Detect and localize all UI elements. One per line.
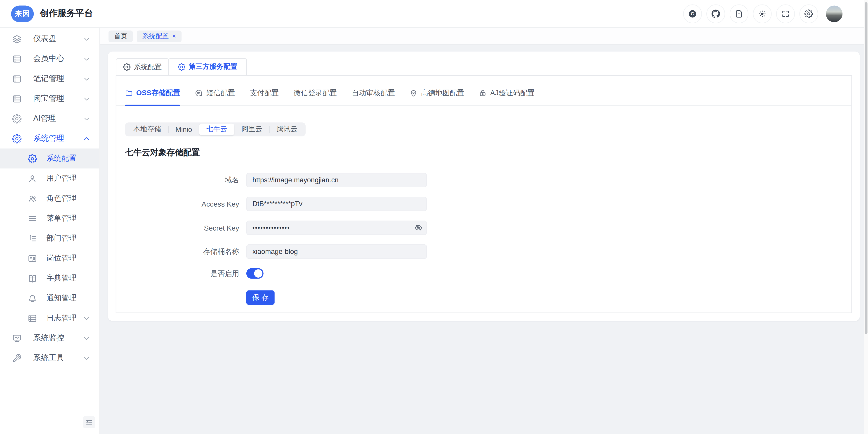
form-row-bucket: 存储桶名称 <box>116 244 851 259</box>
tab-label: OSS存储配置 <box>136 88 180 98</box>
tab-label: 系统配置 <box>134 62 162 72</box>
tab-aj-captcha-config[interactable]: AJ验证码配置 <box>479 88 535 105</box>
sidebar-subitem-log-management[interactable]: 日志管理 <box>0 308 99 328</box>
secret-key-label: Secret Key <box>116 224 239 232</box>
sidebar-item-member-center[interactable]: 会员中心 <box>0 49 99 69</box>
sidebar-item-xianbao[interactable]: 闲宝管理 <box>0 89 99 109</box>
tab-oss-storage[interactable]: OSS存储配置 <box>125 88 180 105</box>
sidebar-subitem-department-management[interactable]: 部门管理 <box>0 228 99 248</box>
secret-key-input[interactable] <box>246 221 427 235</box>
tab-label: 第三方服务配置 <box>189 62 237 71</box>
wrench-icon <box>12 353 22 363</box>
server-icon <box>12 74 22 84</box>
page-scrollbar-track <box>864 0 868 434</box>
chevron-down-icon <box>83 335 90 342</box>
tab-label: 微信登录配置 <box>293 88 337 98</box>
content-area: 首页 系统配置 × 系统配置 第三方服务 <box>100 28 868 434</box>
toggle-secret-visibility-button[interactable] <box>414 224 422 231</box>
sidebar-subitem-system-config[interactable]: 系统配置 <box>0 148 99 168</box>
sidebar-item-label: 系统工具 <box>33 353 83 363</box>
sidebar-item-label: 日志管理 <box>46 313 83 323</box>
bucket-input[interactable] <box>246 244 427 259</box>
tag-label: 系统配置 <box>142 31 169 41</box>
tab-label: 短信配置 <box>206 88 235 98</box>
docs-button[interactable] <box>730 4 748 23</box>
tab-label: 高德地图配置 <box>421 88 464 98</box>
seg-qiniu[interactable]: 七牛云 <box>199 123 235 135</box>
tag-system-config[interactable]: 系统配置 × <box>137 30 182 41</box>
page-scrollbar-thumb[interactable] <box>865 2 867 334</box>
sidebar-item-label: AI管理 <box>33 114 83 123</box>
tab-third-party-config[interactable]: 第三方服务配置 <box>168 58 247 75</box>
fullscreen-button[interactable] <box>776 4 795 23</box>
theme-toggle-button[interactable] <box>753 4 772 23</box>
gear-icon <box>123 63 131 71</box>
seg-label: 本地存储 <box>133 125 161 134</box>
folder-icon <box>125 89 133 97</box>
sidebar-item-label: 系统配置 <box>46 153 90 163</box>
tag-home[interactable]: 首页 <box>108 30 133 41</box>
sidebar-subitem-notice-management[interactable]: 通知管理 <box>0 288 99 308</box>
chevron-down-icon <box>83 95 90 102</box>
tab-sms-config[interactable]: 短信配置 <box>195 88 235 105</box>
sidebar-item-system-tools[interactable]: 系统工具 <box>0 348 99 368</box>
seg-tencent[interactable]: 腾讯云 <box>270 123 305 135</box>
chevron-down-icon <box>83 75 90 82</box>
sidebar-item-dashboard[interactable]: 仪表盘 <box>0 29 99 49</box>
save-button[interactable]: 保 存 <box>246 290 275 305</box>
sidebar-item-system-management[interactable]: 系统管理 <box>0 128 99 148</box>
tab-payment-config[interactable]: 支付配置 <box>250 88 279 105</box>
sidebar-item-label: 字典管理 <box>46 273 90 283</box>
access-key-input[interactable] <box>246 197 427 211</box>
bucket-label: 存储桶名称 <box>116 247 239 257</box>
section-title: 七牛云对象存储配置 <box>125 147 842 158</box>
seg-minio[interactable]: Minio <box>168 123 199 135</box>
sidebar-item-notes[interactable]: 笔记管理 <box>0 69 99 89</box>
tab-auto-audit-config[interactable]: 自动审核配置 <box>352 88 395 105</box>
tab-amap-config[interactable]: 高德地图配置 <box>410 88 464 105</box>
sidebar-subitem-user-management[interactable]: 用户管理 <box>0 168 99 188</box>
app-title: 创作服务平台 <box>40 8 93 19</box>
seg-aliyun[interactable]: 阿里云 <box>235 123 270 135</box>
chevron-down-icon <box>83 115 90 122</box>
seg-label: Minio <box>176 125 192 133</box>
sidebar-item-label: 系统监控 <box>33 333 83 343</box>
brand[interactable]: 来因 创作服务平台 <box>11 5 93 22</box>
sidebar-collapse-button[interactable] <box>83 416 95 429</box>
gitee-button[interactable] <box>683 4 702 23</box>
service-tabs: OSS存储配置 短信配置 支付配置 微信登录配置 <box>116 76 851 106</box>
chevron-down-icon <box>83 35 90 42</box>
sidebar-subitem-post-management[interactable]: 岗位管理 <box>0 248 99 268</box>
gear-icon <box>178 63 185 70</box>
card-tabs: 系统配置 第三方服务配置 <box>116 58 852 76</box>
enabled-toggle[interactable] <box>246 268 264 279</box>
chevron-down-icon <box>83 354 90 361</box>
github-button[interactable] <box>706 4 725 23</box>
sidebar-subitem-menu-management[interactable]: 菜单管理 <box>0 208 99 228</box>
tab-system-config[interactable]: 系统配置 <box>116 58 169 75</box>
header-actions <box>683 4 857 23</box>
close-icon[interactable]: × <box>172 33 176 39</box>
third-party-panel: OSS存储配置 短信配置 支付配置 微信登录配置 <box>116 76 852 313</box>
sidebar-item-label: 用户管理 <box>46 174 90 183</box>
settings-button[interactable] <box>799 4 818 23</box>
tree-list-icon <box>28 233 37 243</box>
sidebar-item-ai[interactable]: AI管理 <box>0 109 99 128</box>
server-icon <box>12 54 22 64</box>
monitor-icon <box>12 333 22 343</box>
seg-label: 阿里云 <box>242 125 262 134</box>
sidebar-item-system-monitor[interactable]: 系统监控 <box>0 328 99 348</box>
user-avatar[interactable] <box>826 5 842 22</box>
seg-local-storage[interactable]: 本地存储 <box>126 123 168 135</box>
domain-input[interactable] <box>246 173 427 187</box>
sidebar-subitem-dict-management[interactable]: 字典管理 <box>0 268 99 288</box>
form-row-enabled: 是否启用 <box>116 268 851 279</box>
sidebar: 仪表盘 会员中心 笔记管理 闲宝管理 AI管理 <box>0 28 100 434</box>
theme-sun-icon <box>758 9 767 18</box>
sidebar-subitem-role-management[interactable]: 角色管理 <box>0 189 99 208</box>
tab-wechat-login-config[interactable]: 微信登录配置 <box>293 88 337 105</box>
layers-icon <box>12 34 22 44</box>
indent-collapse-icon <box>85 418 93 426</box>
bell-icon <box>28 293 37 303</box>
access-key-label: Access Key <box>116 200 239 208</box>
